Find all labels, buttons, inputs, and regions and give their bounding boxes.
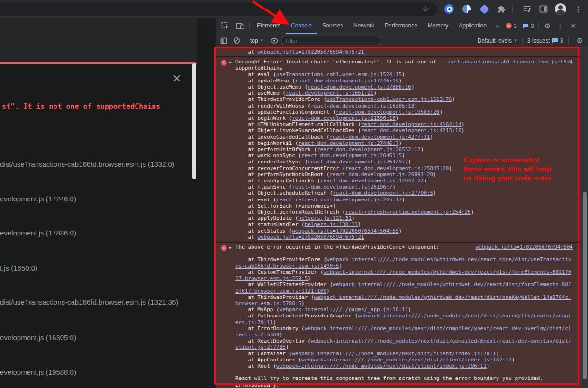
stack-frame-link[interactable]: webpack-internal:///./node_modules/@thir… [235,294,571,307]
extension-diamond-icon[interactable] [479,3,490,15]
stack-frame-link[interactable]: webpack-internal:///./node_modules/@thir… [235,269,571,281]
expand-arrow-icon[interactable]: ▶ [229,59,232,65]
extensions-puzzle-icon[interactable] [496,3,507,15]
profile-avatar[interactable] [555,3,566,15]
more-tabs-chevron[interactable]: » [492,22,503,29]
stack-frame-line: at Object.useMemo (react-dom.development… [235,84,573,90]
tab-console[interactable]: Console [286,18,317,34]
stack-frame-line: at CustomThemeProvider (webpack-internal… [235,269,573,281]
dialog-frame-path: dist/useTransactions-cab166fd.browser.es… [0,160,174,168]
dialog-error-text: st". It is not one of supportedChains [2,102,160,111]
context-selector[interactable]: top▼ [250,37,264,44]
address-bar[interactable] [0,2,437,16]
dropdown-caret-icon: ▼ [260,38,264,43]
stack-frame-link[interactable]: react.development.js:1651:21 [286,90,373,96]
stack-frame-line: at MyApp (webpack-internal:///./pages/_a… [235,307,573,313]
bookmark-star-icon[interactable]: ☆ [420,3,431,15]
console-error-row: ✕▶Uncaught Error: Invalid chain: "ethere… [216,57,581,243]
devtools-close-icon[interactable]: ✕ [566,22,580,30]
toolbar-divider [512,5,513,13]
dialog-scrollbar-thumb[interactable] [192,63,196,179]
console-scrollbar-thumb[interactable] [583,192,587,379]
tab-sources[interactable]: Sources [317,18,348,34]
inspect-element-icon[interactable] [221,22,229,30]
tab-application[interactable]: Application [453,18,492,34]
stack-frame-line: at flushSyncCallbacks (react-dom.develop… [235,178,573,184]
stack-frame-link[interactable]: react-dom.development.js:27790:5 [333,190,433,196]
tab-network[interactable]: Network [348,18,380,34]
stack-frame-line: at HTMLUnknownElement.callCallback (reac… [235,121,573,127]
extension-blue-circle-icon[interactable] [443,3,455,15]
browser-menu-kebab-icon[interactable]: ⋮ [572,3,584,15]
console-message-text: The above error occurred in the <Thirdwe… [235,244,472,250]
issues-counter[interactable]: 3 Issues: 3 [527,37,563,44]
default-levels-dropdown[interactable]: Default levels▼ [478,37,517,44]
stack-frame-link[interactable]: webpack-internal:///./node_modules/next/… [276,363,487,369]
stack-frame-link[interactable]: useTransactions-cab1…wser.esm.js:1524:15 [276,72,402,78]
side-panel-icon[interactable] [538,3,549,15]
stack-frame-link[interactable]: webpack-internal:///./node_modules/next/… [235,325,571,338]
stack-frame-link[interactable]: webpack-internal:///./node_modules/next/… [235,313,571,325]
expand-arrow-icon[interactable]: ▶ [229,244,232,251]
stack-frame-link[interactable]: webpack.js?ts=1702205076594:504:55 [292,228,398,234]
console-sidebar-toggle-icon[interactable] [220,37,227,44]
stack-frame-link[interactable]: webpack-internal:///./pages/_app.js:16:1… [280,307,408,313]
devtools-menu-kebab-icon[interactable]: ⋮ [554,22,566,30]
stack-frame-link[interactable]: webpack-internal:///./node_modules/next/… [235,338,571,350]
overlay-backdrop [197,18,216,388]
stack-frame-link[interactable]: react-dom.development.js:21596:16 [292,115,396,121]
stack-frame-link[interactable]: react-dom.development.js:12042:22 [320,178,424,184]
stack-frame-link[interactable]: react-dom.development.js:19583:20 [336,109,440,115]
stack-frame-link[interactable]: helpers.js:138:13 [305,221,358,227]
source-location-link[interactable]: webpack.js?ts=1702205076594:504 [476,244,573,250]
toolbar-divider [522,37,523,45]
stack-frame-link[interactable]: react-dom.development.js:17246:19 [295,78,399,84]
media-controls-icon[interactable] [521,3,533,15]
devtools-settings-gear-icon[interactable]: ⚙ [541,22,553,30]
stack-frame-link[interactable]: react-dom.development.js:17886:16 [308,84,411,90]
device-toolbar-icon[interactable] [236,22,244,30]
stack-frame-link[interactable]: react-dom.development.js:26196:7 [292,184,392,190]
stack-frame-link[interactable]: react-dom.development.js:16305:18 [311,103,415,109]
clear-console-icon[interactable] [233,37,240,44]
toolbar-divider [568,37,569,45]
stack-frame-link[interactable]: react-dom.development.js:25845:20 [345,165,449,171]
stack-frame-link[interactable]: react-refresh-runtim…velopment.js:265:17 [276,197,402,203]
tab-performance[interactable]: Performance [380,18,423,34]
devtools-tabs: ElementsConsoleSourcesNetworkPerformance… [252,18,492,34]
stack-frame-line: at useMemo (react.development.js:1651:21… [235,90,573,96]
console-settings-gear-icon[interactable]: ⚙ [573,36,586,45]
stack-frame-link[interactable]: react-dom.development.js:4277:31 [330,134,430,140]
stack-frame-link[interactable]: helpers.js:121:31 [298,215,352,221]
tab-memory[interactable]: Memory [423,18,453,34]
stack-frame-line: at AppContainer (webpack-internal:///./n… [235,357,573,363]
console-filter-input[interactable] [282,36,380,45]
stack-frame-link[interactable]: react-dom.development.js:4164:14 [361,121,461,127]
dialog-frame-path: evelopment.js (16305:0) [0,334,76,342]
stack-frame-line: at statusHandler (helpers.js:138:13) [235,221,573,227]
stack-frame-link[interactable]: webpack-internal:///./node_modules/next/… [292,351,496,357]
stack-frame-link[interactable]: react-dom.development.js:4213:16 [361,127,461,134]
tab-elements[interactable]: Elements [252,18,286,34]
stack-frame-link[interactable]: react-dom.development.js:26552:12 [317,146,421,153]
stack-frame-line: at ThirdwebProvider (webpack-internal://… [235,294,573,307]
stack-frame-link[interactable]: webpack-internal:///./node_modules/@thir… [235,281,571,294]
stack-frame-link[interactable]: react-dom.development.js:26091:20 [330,171,434,178]
dialog-close-icon[interactable]: ✕ [171,72,183,85]
stack-frame-link[interactable]: react-dom.development.js:27446:7 [298,140,398,146]
stack-frame-link[interactable]: webpack.js?ts=1702205076594:675:21 [257,234,364,240]
error-count-badge[interactable]: ✕ 3 [506,23,517,29]
extension-clock-icon[interactable] [461,3,472,15]
source-location-link[interactable]: useTransactions-cab1…browser.esm.js:1524 [447,59,573,65]
stack-frame-link[interactable]: webpack.js?ts=1702205076594:675:21 [257,49,364,55]
live-expression-eye-icon[interactable] [271,38,278,44]
stack-frame-link[interactable]: react-dom.development.js:26461:5 [301,153,402,159]
stack-frame-link[interactable]: useTransactions-cab1…wser.esm.js:1513:76 [326,96,452,102]
stack-frame-line: at workLoopSync (react-dom.development.j… [235,153,573,159]
stack-frame-link[interactable]: react-refresh-runtim…velopment.js:254:26 [345,209,471,215]
stack-frame-link[interactable]: react-dom.development.js:26429:7 [308,159,408,165]
dialog-frame-path: evelopment.js (17246:0) [0,195,76,203]
stack-frame-link[interactable]: webpack-internal:///./node_modules/next/… [301,357,512,363]
message-count-badge[interactable]: 3 [523,23,534,29]
stack-frame-link[interactable]: webpack-internal:///./node_modules/@thir… [235,256,571,269]
